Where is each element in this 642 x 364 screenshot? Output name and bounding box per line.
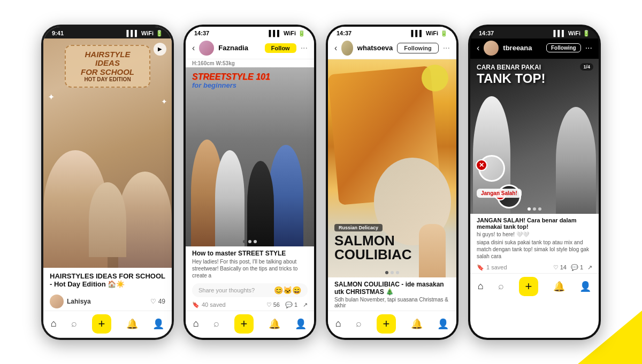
phone4-following-button[interactable]: Following <box>546 43 581 52</box>
wifi-icon: WiFi <box>141 30 154 36</box>
phone4-topbar: ‹ tbreeana Following ··· <box>470 38 599 59</box>
play-button[interactable]: ▶ <box>154 43 166 56</box>
phone4-nav-search[interactable]: ⌕ <box>498 281 504 292</box>
phone4-share-icon: ↗ <box>587 264 592 271</box>
image-title-main: HAIRSTYLE IDEAS <box>72 50 143 68</box>
phone4-dots <box>528 207 541 211</box>
phone-3: 14:37 ▌▌▌ WiFi 🔋 ‹ whatsoeva Following ·… <box>326 25 458 340</box>
phone1-likes: ♡ 49 <box>150 298 165 305</box>
phone3-time: 14:37 <box>337 30 351 36</box>
phone4-back-arrow[interactable]: ‹ <box>477 43 479 53</box>
phone3-nav-search[interactable]: ⌕ <box>356 318 362 329</box>
phone4-comments: 💬 1 <box>571 264 583 271</box>
person-right <box>118 172 172 268</box>
comment-emojis: 😊🐱😄 <box>274 286 301 295</box>
phone4-hero-image: ✕ ✕ 1/4 CARA BENAR PAKAI TANK TOP! Janga… <box>470 59 599 214</box>
phone3-status-icons: ▌▌▌ WiFi 🔋 <box>411 30 448 37</box>
phone3-caption-title: SALMON COULIBIAC - ide masakan utk CHRIS… <box>334 281 450 296</box>
phone-2: 14:37 ▌▌▌ WiFi 🔋 ‹ Faznadia Follow ··· H… <box>184 25 316 340</box>
phone4-comment-icon: 💬 <box>571 264 578 271</box>
phone2-wifi: WiFi <box>284 30 296 36</box>
phone3-nav-bell[interactable]: 🔔 <box>411 318 423 330</box>
phone4-nav-plus[interactable]: + <box>519 277 538 296</box>
phone4-likes: ♡ 14 <box>553 264 567 271</box>
beginners-subtitle: for beginners <box>192 81 308 89</box>
phone3-username: whatsoeva <box>357 44 393 52</box>
comment-icon: 💬 <box>285 301 293 308</box>
signal-icon: ▌▌▌ <box>126 30 139 36</box>
phone2-status-bar: 14:37 ▌▌▌ WiFi 🔋 <box>186 27 314 38</box>
phone3-battery: 🔋 <box>440 30 448 37</box>
phone3-back-arrow[interactable]: ‹ <box>334 43 337 53</box>
phone3-dot-1 <box>385 271 388 274</box>
phone1-caption-title: HAIRSTYLES IDEAS FOR SCHOOL - Hot Day Ed… <box>50 272 165 288</box>
phone4-caption: JANGAN SALAH! Cara benar dalam memakai t… <box>470 214 599 262</box>
share-stat: ↗ <box>303 301 308 308</box>
phone3-dots <box>385 271 399 274</box>
phone3-caption: SALMON COULIBIAC - ide masakan utk CHRIS… <box>328 277 456 311</box>
nav-home[interactable]: ⌂ <box>51 318 57 329</box>
phone3-signal: ▌▌▌ <box>411 30 423 36</box>
phone1-time: 9:41 <box>52 30 64 36</box>
saved-count: 🔖 40 saved <box>192 301 226 308</box>
phone2-nav-profile[interactable]: 👤 <box>295 318 307 330</box>
phone3-more-icon[interactable]: ··· <box>443 43 450 53</box>
phone4-signal: ▌▌▌ <box>553 30 565 36</box>
action-icons: ♡ 56 💬 1 ↗ <box>266 301 308 308</box>
phone4-nav-profile[interactable]: 👤 <box>579 281 591 292</box>
like-stat: ♡ 56 <box>266 301 280 308</box>
nav-plus-button[interactable]: + <box>92 314 111 334</box>
back-arrow-icon[interactable]: ‹ <box>192 43 195 53</box>
salmon-title-2: COULIBIAC <box>334 247 450 261</box>
phone4-nav-home[interactable]: ⌂ <box>478 281 484 292</box>
phone2-nav-plus[interactable]: + <box>234 314 254 334</box>
phone4-bookmark-icon: 🔖 <box>477 264 484 271</box>
person-center <box>89 182 126 257</box>
phone3-dot-2 <box>391 271 394 274</box>
phone1-username: Lahisya <box>67 298 91 305</box>
phone1-hero-image: HAIRSTYLE IDEAS for school HOT DAY EDITI… <box>43 38 172 268</box>
phone1-caption: HAIRSTYLES IDEAS FOR SCHOOL - Hot Day Ed… <box>43 268 172 292</box>
phone3-nav-profile[interactable]: 👤 <box>437 318 449 330</box>
phone2-battery: 🔋 <box>298 30 305 37</box>
phone1-status-icons: ▌▌▌ WiFi 🔋 <box>126 30 163 37</box>
phone4-nav-bell[interactable]: 🔔 <box>553 281 565 292</box>
phone4-share: ↗ <box>587 264 592 271</box>
scene: 9:41 ▌▌▌ WiFi 🔋 <box>0 0 642 364</box>
phone4-avatar <box>484 41 499 56</box>
tanktop-main-title: TANK TOP! <box>477 72 592 85</box>
phone4-dot-2 <box>533 207 536 211</box>
phone1-user-info: Lahisya <box>50 295 91 308</box>
russian-badge: Russian Delicacy <box>334 224 383 231</box>
dot-2 <box>248 240 251 243</box>
phone2-nav-home[interactable]: ⌂ <box>193 318 199 329</box>
tanktop-header-text: CARA BENAR PAKAI <box>477 64 592 71</box>
follow-button[interactable]: Follow <box>265 43 296 53</box>
phone4-actions: ♡ 14 💬 1 ↗ <box>553 264 592 271</box>
phone2-dots <box>243 240 257 243</box>
nav-search[interactable]: ⌕ <box>71 318 77 329</box>
phone2-caption-title: How to master STREET STYLE <box>192 250 308 257</box>
image-title-line2: for school <box>72 68 143 77</box>
phone4-time: 14:37 <box>479 30 494 36</box>
phone2-nav-bell[interactable]: 🔔 <box>269 318 280 330</box>
bookmark-icon: 🔖 <box>192 301 200 308</box>
phone-1: 9:41 ▌▌▌ WiFi 🔋 <box>41 25 174 340</box>
phone3-bottom-nav: ⌂ ⌕ + 🔔 👤 <box>328 311 456 338</box>
jangan-salah-badge: Jangan Salah! <box>477 189 522 198</box>
phone4-more-icon[interactable]: ··· <box>585 43 592 53</box>
more-options-icon[interactable]: ··· <box>301 43 308 53</box>
phone4-caption-body-1: hi guys! to here! 🤍🤍 <box>477 231 592 238</box>
phone2-nav-search[interactable]: ⌕ <box>213 318 219 329</box>
nav-bell[interactable]: 🔔 <box>126 318 138 330</box>
nav-profile[interactable]: 👤 <box>152 318 164 330</box>
phone3-nav-home[interactable]: ⌂ <box>335 318 341 329</box>
share-icon: ↗ <box>303 301 308 308</box>
phone2-signal: ▌▌▌ <box>269 30 281 36</box>
phone4-username: tbreeana <box>503 44 542 52</box>
phone1-bottom-nav: ⌂ ⌕ + 🔔 👤 <box>43 311 172 338</box>
phone1-avatar <box>50 295 64 308</box>
phone3-nav-plus[interactable]: + <box>377 314 396 334</box>
phone2-topbar: ‹ Faznadia Follow ··· <box>186 38 314 59</box>
following-button[interactable]: Following <box>397 43 438 53</box>
